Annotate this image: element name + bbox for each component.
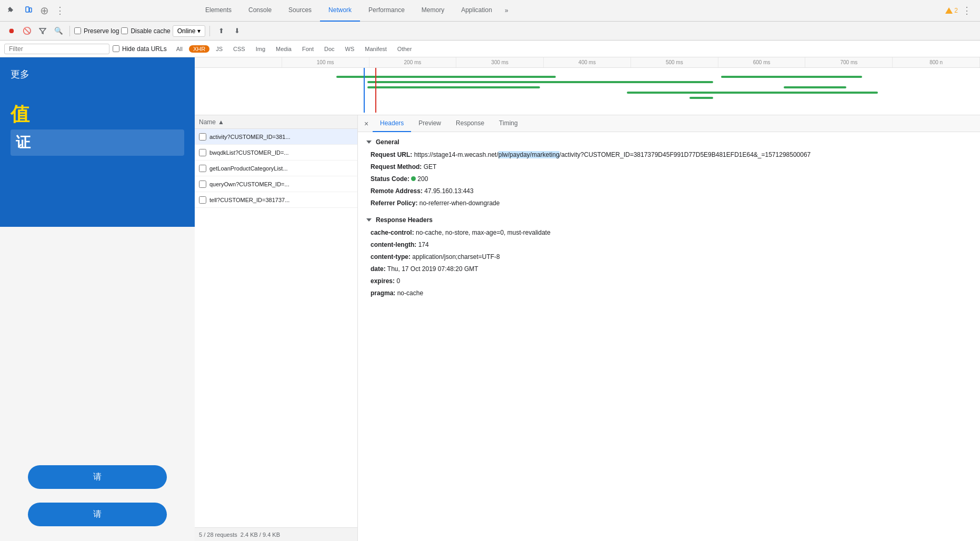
tab-list: Elements Console Sources Network Perform…: [197, 0, 945, 22]
mobile-screen: 更多 值 证 请 请: [0, 57, 195, 541]
mobile-btn-1[interactable]: 请: [28, 465, 167, 489]
tab-console[interactable]: Console: [240, 0, 280, 22]
detail-tabs: × Headers Preview Response Timing: [358, 115, 980, 132]
request-list-empty: [195, 208, 357, 527]
timeline-bar-3: [367, 86, 540, 88]
request-checkbox-0[interactable]: [199, 133, 206, 141]
warning-badge[interactable]: 2: [945, 7, 958, 14]
hide-data-urls-label[interactable]: Hide data URLs: [113, 45, 167, 53]
response-headers-section-header[interactable]: Response Headers: [366, 216, 972, 224]
request-item-3[interactable]: queryOwn?CUSTOMER_ID=...: [195, 176, 357, 192]
device-toolbar-icon[interactable]: [21, 3, 36, 18]
filter-xhr[interactable]: XHR: [189, 45, 209, 53]
request-list: Name ▲ activity?CUSTOMER_ID=381... bwqdk…: [195, 115, 358, 541]
warning-triangle-icon: [945, 7, 953, 14]
mobile-btn-2[interactable]: 请: [28, 503, 167, 526]
tab-application[interactable]: Application: [453, 0, 501, 22]
pragma-key: pragma:: [371, 289, 395, 297]
online-select[interactable]: Online ▾: [173, 25, 206, 37]
filter-ws[interactable]: WS: [341, 45, 359, 53]
svg-rect-0: [26, 7, 29, 12]
tab-memory[interactable]: Memory: [413, 0, 453, 22]
filter-media[interactable]: Media: [272, 45, 296, 53]
request-item-2[interactable]: getLoanProductCategoryList...: [195, 161, 357, 176]
filter-font[interactable]: Font: [298, 45, 318, 53]
preserve-log-checkbox[interactable]: [74, 27, 81, 34]
devtools-root: ⊕ ⋮ Elements Console Sources Network Per…: [0, 0, 980, 541]
content-length-val: 174: [418, 241, 429, 248]
tab-sources[interactable]: Sources: [280, 0, 320, 22]
timeline-bar-4: [627, 92, 878, 94]
tick-8: 800 n: [893, 57, 980, 67]
request-name-3: queryOwn?CUSTOMER_ID=...: [209, 181, 353, 187]
settings-more-icon[interactable]: ⋮: [960, 5, 974, 16]
detail-tab-preview[interactable]: Preview: [411, 115, 448, 132]
tab-network[interactable]: Network: [320, 0, 360, 22]
request-checkbox-4[interactable]: [199, 196, 206, 204]
content-type-key: content-type:: [371, 253, 411, 261]
disable-cache-label[interactable]: Disable cache: [121, 27, 170, 35]
hide-data-urls-checkbox[interactable]: [113, 45, 119, 52]
pragma-val: no-cache: [397, 289, 423, 297]
filter-other[interactable]: Other: [393, 45, 416, 53]
cache-control-val: no-cache, no-store, max-age=0, must-reva…: [416, 229, 551, 236]
close-detail-button[interactable]: ×: [360, 117, 373, 130]
tick-6: 600 ms: [718, 57, 806, 67]
referrer-policy-row: Referrer Policy: no-referrer-when-downgr…: [371, 198, 972, 208]
request-url-row: Request URL: https://stage14-m.wecash.ne…: [371, 150, 972, 159]
timeline-bar-7: [784, 86, 846, 88]
request-url-post: /activity?CUSTOMER_ID=3817379D45F991D77D…: [559, 151, 811, 158]
request-item-4[interactable]: tell?CUSTOMER_ID=381737...: [195, 192, 357, 208]
clear-button[interactable]: 🚫: [20, 24, 34, 38]
mobile-bottom: 请 请: [11, 461, 184, 530]
request-checkbox-3[interactable]: [199, 181, 206, 188]
download-button[interactable]: ⬇: [230, 24, 244, 38]
preserve-log-label[interactable]: Preserve log: [74, 27, 119, 35]
filter-manifest[interactable]: Manifest: [361, 45, 391, 53]
general-section-body: Request URL: https://stage14-m.wecash.ne…: [371, 150, 972, 208]
more-options-icon[interactable]: ⋮: [55, 5, 65, 16]
detail-content: General Request URL: https://stage14-m.w…: [358, 132, 980, 541]
expires-key: expires:: [371, 277, 395, 285]
filter-button[interactable]: [36, 24, 49, 38]
mobile-value-text: 值: [11, 102, 184, 127]
request-method-key: Request Method:: [371, 163, 422, 171]
filter-input[interactable]: [4, 44, 109, 54]
filter-img[interactable]: Img: [252, 45, 269, 53]
disable-cache-checkbox[interactable]: [121, 27, 128, 34]
request-item-1[interactable]: bwqdkList?CUSTOMER_ID=...: [195, 145, 357, 161]
tab-elements[interactable]: Elements: [197, 0, 240, 22]
record-button[interactable]: ⏺: [4, 24, 18, 38]
list-footer: 5 / 28 requests 2.4 KB / 9.4 KB: [195, 527, 357, 541]
request-count: 5 / 28 requests: [199, 532, 237, 538]
detail-tab-timing[interactable]: Timing: [492, 115, 525, 132]
tab-performance[interactable]: Performance: [360, 0, 413, 22]
more-tabs-button[interactable]: »: [501, 0, 513, 22]
filter-js[interactable]: JS: [212, 45, 227, 53]
pin-icon[interactable]: ⊕: [38, 4, 51, 17]
response-headers-section-body: cache-control: no-cache, no-store, max-a…: [371, 228, 972, 298]
filter-type-list: All XHR JS CSS Img Media Font Doc WS Man…: [172, 45, 416, 53]
filter-css[interactable]: CSS: [229, 45, 249, 53]
filter-doc[interactable]: Doc: [320, 45, 339, 53]
chevron-down-icon: ▾: [197, 27, 201, 35]
request-checkbox-1[interactable]: [199, 149, 206, 156]
pragma-row: pragma: no-cache: [371, 288, 972, 298]
date-key: date:: [371, 265, 386, 273]
detail-tab-headers[interactable]: Headers: [373, 115, 411, 132]
request-checkbox-2[interactable]: [199, 165, 206, 172]
search-button[interactable]: 🔍: [52, 24, 65, 38]
expires-row: expires: 0: [371, 276, 972, 286]
general-section-header[interactable]: General: [366, 138, 972, 146]
content-type-val: application/json;charset=UTF-8: [412, 253, 499, 261]
request-item-0[interactable]: activity?CUSTOMER_ID=381...: [195, 129, 357, 145]
filter-all[interactable]: All: [172, 45, 187, 53]
remote-address-key: Remote Address:: [371, 187, 423, 195]
divider-2: [209, 26, 210, 36]
status-dot-icon: [411, 176, 416, 181]
detail-tab-response[interactable]: Response: [448, 115, 492, 132]
inspect-icon[interactable]: [4, 3, 19, 18]
timeline-bar-5: [689, 97, 713, 99]
upload-button[interactable]: ⬆: [214, 24, 228, 38]
tick-3: 300 ms: [456, 57, 544, 67]
